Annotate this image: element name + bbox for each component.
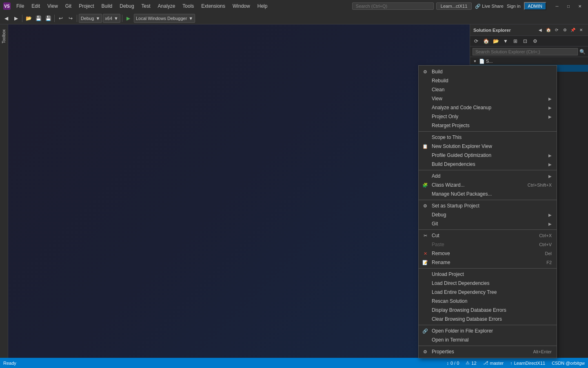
se-search-bar[interactable]: 🔍 <box>470 46 588 57</box>
ctx-properties[interactable]: ⚙ Properties Alt+Enter <box>419 347 557 356</box>
class-wizard-icon: 🧩 <box>422 182 428 188</box>
menu-analyze[interactable]: Analyze <box>155 2 179 10</box>
new-sol-icon: 📋 <box>422 143 428 150</box>
live-share-button[interactable]: 🔗 Live Share <box>475 4 504 9</box>
ctx-view[interactable]: View ▶ <box>419 94 557 103</box>
ctx-clean[interactable]: Clean <box>419 85 557 94</box>
build-icon: ⚙ <box>422 68 428 75</box>
admin-button[interactable]: ADMIN <box>524 2 546 10</box>
ctx-load-entire[interactable]: Load Entire Dependency Tree <box>419 288 557 297</box>
open-button[interactable]: 📂 <box>24 14 33 23</box>
ctx-open-folder[interactable]: 🔗 Open Folder in File Explorer <box>419 326 557 335</box>
ctx-clear-browsing[interactable]: Clear Browsing Database Errors <box>419 315 557 324</box>
status-project[interactable]: ↑ LearnDirectX11 <box>510 361 545 366</box>
startup-icon: ⚙ <box>422 203 428 209</box>
status-ready[interactable]: Ready <box>3 361 16 366</box>
save-button[interactable]: 💾 <box>34 14 43 23</box>
save-all-button[interactable]: 💾 <box>44 14 53 23</box>
sign-in-button[interactable]: Sign in <box>507 4 521 9</box>
menu-debug[interactable]: Debug <box>116 2 137 10</box>
se-btn-2[interactable]: 🏠 <box>481 37 490 46</box>
ctx-display-browsing[interactable]: Display Browsing Database Errors <box>419 306 557 315</box>
ctx-build[interactable]: ⚙ Build <box>419 67 557 76</box>
ctx-rebuild[interactable]: Rebuild <box>419 76 557 85</box>
menu-test[interactable]: Test <box>138 2 154 10</box>
se-btn-3[interactable]: 📂 <box>491 37 500 46</box>
se-header-buttons: ◀ 🏠 ⟳ ⚙ 📌 ✕ <box>537 26 585 34</box>
toolbar-separator-3 <box>77 15 77 22</box>
forward-button[interactable]: ▶ <box>11 14 20 23</box>
ctx-rescan[interactable]: Rescan Solution <box>419 297 557 306</box>
ctx-nuget[interactable]: Manage NuGet Packages... <box>419 190 557 198</box>
se-btn-6[interactable]: ⊡ <box>521 37 530 46</box>
se-btn-7[interactable]: ⚙ <box>530 37 539 46</box>
debugger-dropdown[interactable]: Local Windows Debugger ▼ <box>134 14 195 23</box>
close-button[interactable]: ✕ <box>575 3 585 9</box>
se-pin-btn[interactable]: 📌 <box>569 26 577 34</box>
ctx-cut[interactable]: ✂ Cut Ctrl+X <box>419 231 557 240</box>
ctx-add[interactable]: Add ▶ <box>419 172 557 181</box>
ctx-retarget[interactable]: Retarget Projects <box>419 121 557 130</box>
ctx-analyze[interactable]: Analyze and Code Cleanup ▶ <box>419 103 557 112</box>
menu-git[interactable]: Git <box>62 2 75 10</box>
redo-button[interactable]: ↪ <box>66 14 75 23</box>
menu-file[interactable]: File <box>13 2 27 10</box>
window-buttons: ─ □ ✕ <box>552 3 585 9</box>
properties-icon: ⚙ <box>422 348 428 355</box>
ctx-open-terminal[interactable]: Open in Terminal <box>419 335 557 344</box>
ctx-startup[interactable]: ⚙ Set as Startup Project <box>419 201 557 210</box>
properties-shortcut: Alt+Enter <box>533 349 552 354</box>
ctx-scope[interactable]: Scope to This <box>419 133 557 142</box>
ctx-remove[interactable]: ✕ Remove Del <box>419 249 557 258</box>
ctx-new-sol-view[interactable]: 📋 New Solution Explorer View <box>419 142 557 151</box>
se-home-btn[interactable]: 🏠 <box>545 26 552 34</box>
menu-project[interactable]: Project <box>75 2 97 10</box>
learn-button[interactable]: Learn...ctX11 <box>436 2 472 10</box>
ctx-profile-guided[interactable]: Profile Guided Optimization ▶ <box>419 151 557 160</box>
platform-dropdown[interactable]: x64 ▼ <box>103 14 120 23</box>
se-sync-btn[interactable]: ⟳ <box>553 26 560 34</box>
status-git-branch[interactable]: ⎇ master <box>483 360 504 366</box>
status-errors[interactable]: ↕ 0 / 0 <box>446 361 459 366</box>
toolbox-tab[interactable]: Toolbox <box>1 26 7 46</box>
se-settings-btn[interactable]: ⚙ <box>561 26 568 34</box>
tree-item-solution[interactable]: ▼ 📄 S... <box>470 58 588 65</box>
menu-edit[interactable]: Edit <box>28 2 43 10</box>
se-search-input[interactable] <box>473 48 578 55</box>
class-wizard-shortcut: Ctrl+Shift+X <box>528 183 552 187</box>
ctx-build-deps[interactable]: Build Dependencies ▶ <box>419 160 557 169</box>
start-debug-button[interactable]: ▶ <box>124 14 133 23</box>
se-close-btn[interactable]: ✕ <box>577 26 585 34</box>
remove-icon: ✕ <box>422 250 428 257</box>
ctx-rename[interactable]: 📝 Rename F2 <box>419 258 557 267</box>
ctx-debug[interactable]: Debug ▶ <box>419 210 557 219</box>
menu-extensions[interactable]: Extensions <box>198 2 229 10</box>
back-button[interactable]: ◀ <box>2 14 11 23</box>
ctx-project-only[interactable]: Project Only ▶ <box>419 112 557 121</box>
status-bar: Ready ↕ 0 / 0 ⚠ 12 ⎇ master ↑ LearnDirec… <box>0 358 588 368</box>
git-arrow-icon: ▶ <box>548 222 552 226</box>
menu-view[interactable]: View <box>44 2 61 10</box>
status-warnings[interactable]: ⚠ 12 <box>466 360 476 366</box>
ctx-load-direct[interactable]: Load Direct Dependencies <box>419 279 557 288</box>
global-search-input[interactable] <box>352 2 434 10</box>
menu-window[interactable]: Window <box>229 2 253 10</box>
menu-help[interactable]: Help <box>254 2 271 10</box>
ctx-unload[interactable]: Unload Project <box>419 270 557 279</box>
ctx-git[interactable]: Git ▶ <box>419 219 557 228</box>
minimize-button[interactable]: ─ <box>552 3 562 9</box>
editor-area[interactable] <box>8 24 470 358</box>
ctx-sep-5 <box>419 268 557 269</box>
se-search-icon: 🔍 <box>579 49 586 55</box>
se-btn-4[interactable]: ▼ <box>501 37 510 46</box>
se-btn-5[interactable]: ⊞ <box>511 37 520 46</box>
ctx-sep-7 <box>419 346 557 346</box>
menu-tools[interactable]: Tools <box>179 2 197 10</box>
debug-config-dropdown[interactable]: Debug ▼ <box>79 14 102 23</box>
se-btn-1[interactable]: ⟳ <box>472 37 481 46</box>
ctx-class-wizard[interactable]: 🧩 Class Wizard... Ctrl+Shift+X <box>419 181 557 190</box>
se-back-btn[interactable]: ◀ <box>537 26 544 34</box>
undo-button[interactable]: ↩ <box>56 14 65 23</box>
maximize-button[interactable]: □ <box>564 3 573 9</box>
menu-build[interactable]: Build <box>98 2 116 10</box>
